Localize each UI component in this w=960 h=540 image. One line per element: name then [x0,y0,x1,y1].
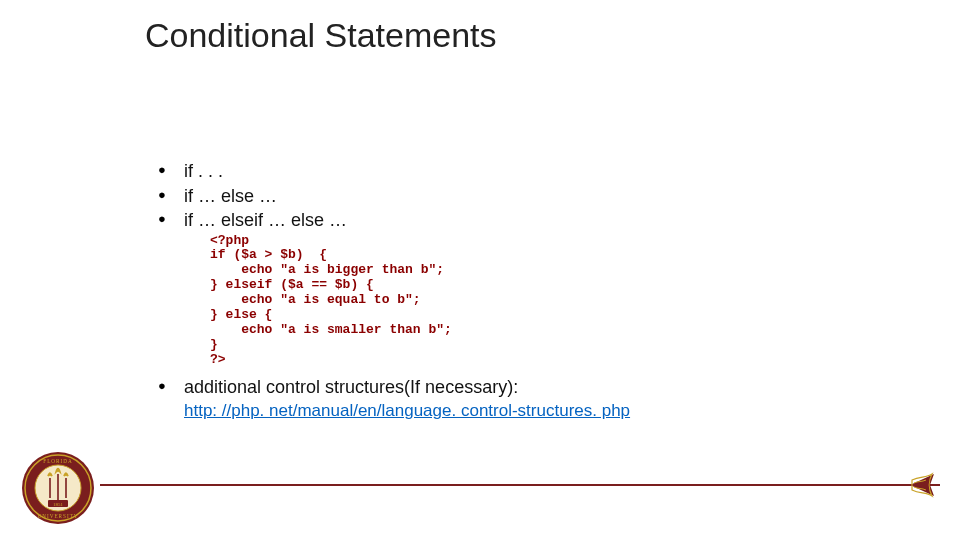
svg-text:UNIVERSITY: UNIVERSITY [37,513,78,519]
bullet-list: if . . . if … else … if … elseif … else … [158,160,878,232]
divider [100,482,940,488]
list-item: if . . . [158,160,878,183]
svg-text:1851: 1851 [53,502,64,507]
list-item: if … else … [158,185,878,208]
list-item-label: if … elseif … else … [184,210,347,230]
bullet-list: additional control structures(If necessa… [158,376,878,399]
content-area: if . . . if … else … if … elseif … else … [158,160,878,422]
list-item-label: additional control structures(If necessa… [184,377,518,397]
spear-icon [872,468,942,502]
reference-link[interactable]: http: //php. net/manual/en/language. con… [184,400,878,421]
list-item: if … elseif … else … [158,209,878,232]
list-item-label: if … else … [184,186,277,206]
slide: Conditional Statements if . . . if … els… [0,0,960,540]
list-item-label: if . . . [184,161,223,181]
page-title: Conditional Statements [145,16,497,55]
svg-text:FLORIDA: FLORIDA [43,458,72,464]
code-snippet: <?php if ($a > $b) { echo "a is bigger t… [210,234,878,368]
university-seal-icon: FLORIDA UNIVERSITY 1851 [20,450,96,526]
list-item: additional control structures(If necessa… [158,376,878,399]
divider-line [100,484,940,486]
